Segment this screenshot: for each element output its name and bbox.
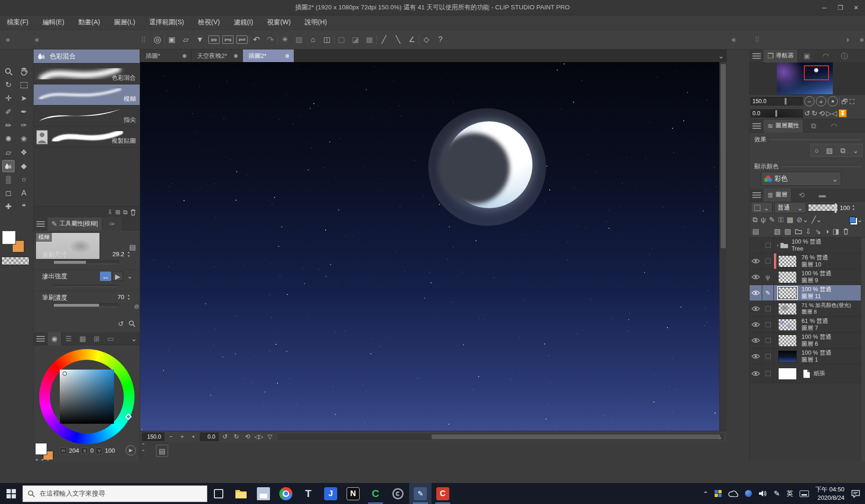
visibility-eye-icon[interactable]: [750, 290, 762, 295]
snap-grid-icon[interactable]: ∠: [406, 34, 418, 46]
menu-layer[interactable]: 圖層(L): [107, 18, 142, 27]
layers-tab[interactable]: ≣ 圖層: [764, 189, 792, 202]
layer-property-menu-icon[interactable]: [752, 123, 761, 129]
approximate-color-tab-icon[interactable]: ▭: [104, 332, 118, 345]
main-color-swatch[interactable]: [2, 231, 15, 244]
palette-color-dropdown[interactable]: ⌄: [751, 202, 773, 213]
navigator-tab[interactable]: ❐ 導航器: [764, 49, 798, 63]
collapse-right-icon[interactable]: «: [728, 34, 740, 46]
navigator-preview-area[interactable]: [750, 63, 865, 95]
canvas-vscrollbar-thumb[interactable]: [721, 64, 726, 248]
brush-item-color-blend[interactable]: 色彩混合: [34, 63, 140, 84]
navigator-rotation-slider-thumb[interactable]: [775, 110, 777, 117]
hscroll-right-arrow-icon[interactable]: ›: [716, 434, 725, 443]
snap-ruler-icon[interactable]: ╱: [378, 34, 390, 46]
collapse-left-icon[interactable]: «: [2, 34, 14, 46]
density-disable-icon[interactable]: ⊘: [134, 303, 139, 309]
gradient-tool-icon[interactable]: ▒: [2, 174, 14, 186]
figure-tool-icon[interactable]: ○: [18, 174, 30, 186]
zoom-in-icon[interactable]: +: [177, 432, 187, 441]
pencil-tool-icon[interactable]: ✏: [2, 119, 14, 132]
export-psd-icon[interactable]: psd: [236, 35, 248, 44]
new-raster-layer-icon[interactable]: ▧: [774, 228, 780, 235]
bleed-slider[interactable]: [53, 285, 119, 287]
layer-row-7[interactable]: 61 % 普通圖層 7: [750, 317, 861, 333]
tray-show-hidden-icon[interactable]: ⌃: [703, 490, 709, 497]
taskbar-app-t[interactable]: T: [297, 483, 319, 504]
eraser-tool-icon[interactable]: ▱: [2, 147, 14, 159]
rotate-view-tool-icon[interactable]: ↻: [2, 79, 14, 91]
tone-tab-icon[interactable]: ◠: [824, 119, 844, 133]
drag-handle-icon[interactable]: ⁞⁞: [137, 34, 149, 46]
create-layer-mask-icon[interactable]: ◑: [825, 228, 829, 235]
navigator-menu-icon[interactable]: [752, 53, 761, 59]
brush-item-fingertip[interactable]: 指尖: [34, 105, 140, 126]
reset-all-settings-icon[interactable]: ↺: [118, 320, 124, 327]
taskbar-app-j[interactable]: J: [319, 483, 342, 504]
brush-detail-tab[interactable]: ✑: [102, 217, 123, 231]
text-tool-icon[interactable]: A: [18, 187, 30, 199]
brush-item-copy-stamp[interactable]: 複製貼圖: [34, 126, 140, 147]
tray-app-icon[interactable]: [715, 490, 722, 497]
rotation-value-field[interactable]: 0.0: [200, 433, 219, 441]
reference-layer-icon[interactable]: ψ: [761, 216, 766, 223]
blend-tool-icon-selected[interactable]: [2, 160, 14, 172]
border-effect-icon[interactable]: ○: [815, 147, 819, 154]
rotate-right-icon[interactable]: ↻: [232, 432, 241, 441]
copy-subtool-icon[interactable]: ⧉: [123, 209, 128, 215]
tab-close-icon[interactable]: [285, 54, 289, 58]
color-history-play-icon[interactable]: ▶: [126, 445, 136, 455]
collapse-subtool-icon[interactable]: «: [31, 34, 43, 46]
add-subtool-icon[interactable]: ⊞: [115, 209, 121, 215]
tab-sky-night2[interactable]: 天空夜晚2*: [191, 49, 243, 62]
material-3d-icon[interactable]: ◇: [420, 34, 432, 46]
visibility-eye-icon[interactable]: [750, 259, 762, 264]
hand-tool-icon[interactable]: [18, 65, 30, 77]
onedrive-cloud-icon[interactable]: [728, 490, 738, 497]
color-panel-chevron-icon[interactable]: ⌄: [131, 335, 137, 342]
visibility-eye-icon[interactable]: [750, 274, 762, 280]
maximize-button[interactable]: ❐: [832, 0, 848, 15]
frame-border-tool-icon[interactable]: ◻: [2, 187, 14, 199]
open-file-icon[interactable]: ▱: [180, 34, 192, 46]
brush-density-slider[interactable]: [53, 303, 119, 307]
show-detail-icon[interactable]: [128, 320, 135, 327]
menu-view[interactable]: 檢視(V): [191, 18, 227, 27]
save-file-icon[interactable]: ▼: [194, 34, 206, 46]
taskbar-app-swirl[interactable]: [387, 483, 409, 504]
fill-tool-icon[interactable]: ◆: [18, 160, 30, 172]
nav-flip-horizontal-icon[interactable]: ▷◁: [826, 110, 837, 117]
export-png-icon[interactable]: png: [222, 35, 234, 44]
brush-size-spinner[interactable]: ▲▼: [127, 251, 132, 258]
layer-list-view-icon[interactable]: ▤: [752, 228, 759, 235]
collapse-up-icon[interactable]: ⌃: [141, 443, 145, 448]
tab-illustration2-active[interactable]: 插圖2*: [243, 49, 294, 62]
animation-cel-tab-icon[interactable]: ⧉: [803, 119, 824, 133]
menu-window[interactable]: 視窗(W): [260, 18, 298, 27]
decoration-tool-icon[interactable]: ❀: [18, 133, 30, 145]
start-button[interactable]: [0, 483, 22, 504]
bleed-mode-b-icon[interactable]: ▶: [112, 272, 123, 281]
taskbar-app-floppy[interactable]: [252, 483, 275, 504]
navigator-view-rect[interactable]: [804, 65, 829, 80]
close-button[interactable]: ✕: [848, 0, 864, 15]
zoom-reset-icon[interactable]: ▪: [189, 432, 198, 441]
correction-tool-icon[interactable]: ✚: [2, 201, 14, 213]
layer-opacity-spinner[interactable]: ▲▼: [852, 204, 857, 211]
clear-icon[interactable]: ✳: [279, 34, 291, 46]
sv-cursor[interactable]: [63, 371, 67, 376]
eyedropper-tool-icon[interactable]: ✐: [2, 106, 14, 118]
enable-mask-icon[interactable]: ⊘⌄: [797, 216, 808, 223]
draft-layer-icon[interactable]: ✎: [769, 216, 775, 223]
nav-full-screen-icon[interactable]: ⛶: [850, 98, 855, 105]
taskbar-app-c-green[interactable]: C: [364, 483, 387, 504]
selection-border-icon[interactable]: ▦: [363, 34, 376, 46]
canvas-vscrollbar[interactable]: [719, 62, 727, 431]
ruler-range-icon[interactable]: ╱⌄: [812, 216, 822, 223]
bleed-chevron-icon[interactable]: ⌄: [127, 273, 133, 280]
new-layer-folder-icon[interactable]: [795, 229, 802, 234]
visibility-eye-icon[interactable]: [750, 371, 762, 376]
apply-mask-icon[interactable]: ◨: [833, 228, 839, 235]
visibility-eye-icon[interactable]: [750, 306, 762, 311]
brush-density-spinner[interactable]: ▲▼: [127, 294, 132, 301]
